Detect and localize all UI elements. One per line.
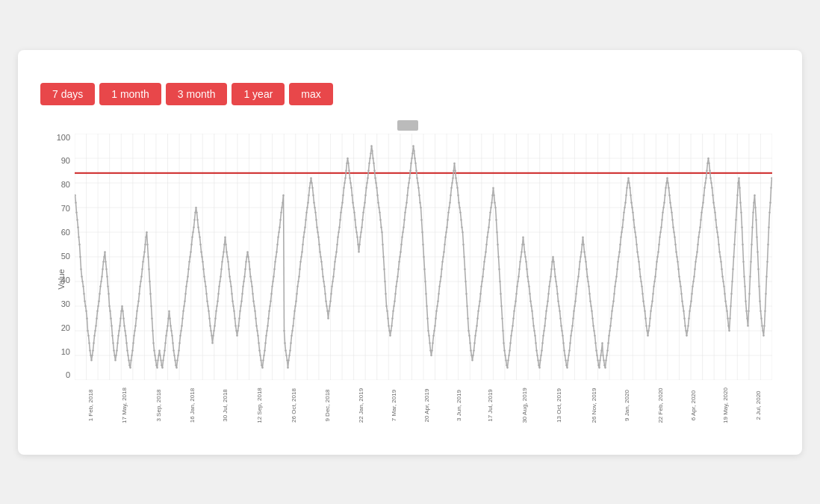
btn-1month[interactable]: 1 month bbox=[99, 83, 161, 105]
time-range-buttons: 7 days 1 month 3 month 1 year max bbox=[40, 83, 780, 105]
y-label-30: 30 bbox=[61, 300, 70, 308]
btn-1year[interactable]: 1 year bbox=[232, 83, 285, 105]
btn-max[interactable]: max bbox=[289, 83, 332, 105]
legend-swatch bbox=[397, 120, 418, 131]
y-label-70: 70 bbox=[61, 205, 70, 213]
y-axis-title: Value bbox=[57, 269, 66, 289]
chart-container: 100 90 80 70 60 50 40 30 20 10 0 Value 1… bbox=[40, 119, 780, 440]
y-label-0: 0 bbox=[66, 371, 70, 379]
chart-area bbox=[75, 134, 772, 380]
y-label-60: 60 bbox=[61, 228, 70, 237]
chart-legend bbox=[397, 120, 423, 131]
y-label-50: 50 bbox=[61, 252, 70, 261]
y-label-90: 90 bbox=[61, 157, 70, 165]
y-label-80: 80 bbox=[61, 181, 70, 189]
y-axis: 100 90 80 70 60 50 40 30 20 10 0 bbox=[40, 134, 73, 380]
btn-3month[interactable]: 3 month bbox=[166, 83, 228, 105]
y-label-20: 20 bbox=[61, 324, 70, 332]
chart-canvas bbox=[75, 134, 772, 380]
main-card: 7 days 1 month 3 month 1 year max 100 90… bbox=[18, 50, 802, 455]
x-axis: 1 Feb, 201817 May, 20183 Sep, 201816 Jan… bbox=[75, 380, 772, 440]
y-label-100: 100 bbox=[57, 134, 70, 142]
btn-7days[interactable]: 7 days bbox=[40, 83, 95, 105]
y-label-10: 10 bbox=[61, 348, 70, 356]
